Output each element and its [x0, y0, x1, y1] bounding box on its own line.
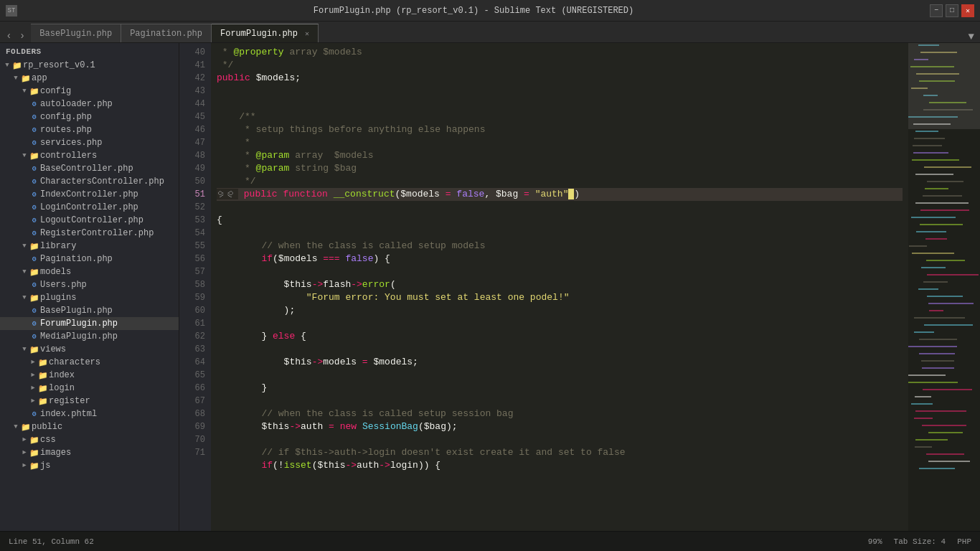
folder-icon: 📁 [29, 461, 40, 471]
line-numbers: 40 41 42 43 44 45 46 47 48 49 50 51 52 5… [179, 43, 211, 531]
tree-item-models[interactable]: ▼ 📁 models [0, 265, 179, 278]
arrow-icon: ▼ [20, 294, 29, 301]
tree-item-characters-view[interactable]: ► 📁 characters [0, 356, 179, 369]
tree-label: models [40, 267, 71, 277]
tree-item-public[interactable]: ▼ 📁 public [0, 420, 179, 433]
tab-prev-button[interactable]: ‹ [3, 28, 15, 42]
file-settings-icon: ⚙ [29, 216, 40, 225]
tab-baseplugin[interactable]: BasePlugin.php [31, 24, 121, 42]
file-settings-icon: ⚙ [29, 332, 40, 341]
tree-item-characters-ctrl[interactable]: ⚙ CharactersController.php [0, 175, 179, 188]
tree-label: RegisterController.php [40, 228, 154, 238]
arrow-icon: ► [29, 359, 37, 366]
arrow-icon: ► [20, 436, 29, 443]
tree-item-config-php[interactable]: ⚙ config.php [0, 110, 179, 123]
tree-item-index-phtml[interactable]: ⚙ index.phtml [0, 408, 179, 420]
arrow-icon: ▼ [20, 268, 29, 276]
tree-item-index-ctrl[interactable]: ⚙ IndexController.php [0, 188, 179, 201]
tree-label: rp_resort_v0.1 [23, 60, 95, 70]
tree-item-services[interactable]: ⚙ services.php [0, 136, 179, 149]
folder-icon: 📁 [20, 423, 32, 432]
tree-item-login-view[interactable]: ► 📁 login [0, 382, 179, 395]
tree-item-index-view[interactable]: ► 📁 index [0, 369, 179, 382]
arrow-icon: ► [20, 462, 29, 469]
tree-label: BaseController.php [40, 164, 133, 174]
tree-label: services.php [40, 138, 102, 148]
tree-item-login-ctrl[interactable]: ⚙ LoginController.php [0, 201, 179, 214]
tree-item-library[interactable]: ▼ 📁 library [0, 240, 179, 253]
code-area[interactable]: * @property array $models */ public $mod… [211, 43, 908, 531]
maximize-button[interactable]: □ [946, 4, 958, 17]
file-settings-icon: ⚙ [29, 190, 40, 199]
tree-item-basecontroller[interactable]: ⚙ BaseController.php [0, 162, 179, 175]
tree-item-images[interactable]: ► 📁 images [0, 446, 179, 459]
arrow-icon: ► [29, 385, 37, 392]
arrow-icon: ▼ [20, 346, 29, 353]
tab-close-icon[interactable]: ✕ [305, 29, 309, 38]
tree-item-mediaplugin[interactable]: ⚙ MediaPlugin.php [0, 330, 179, 343]
tab-baseplugin-label: BasePlugin.php [39, 29, 112, 39]
tree-label: library [40, 241, 76, 251]
folder-icon: 📁 [37, 397, 49, 406]
tree-item-baseplugin[interactable]: ⚙ BasePlugin.php [0, 304, 179, 317]
tree-label: app [32, 73, 47, 83]
tree-label: css [40, 435, 56, 445]
tree-label: BasePlugin.php [40, 306, 113, 316]
tree-label: controllers [40, 151, 97, 161]
tree-item-plugins[interactable]: ▼ 📁 plugins [0, 291, 179, 304]
tree-label: images [40, 448, 71, 458]
titlebar: ST ForumPlugin.php (rp_resort_v0.1) - Su… [0, 0, 980, 22]
tree-item-rp-resort[interactable]: ▼ 📁 rp_resort_v0.1 [0, 59, 179, 72]
tree-item-config[interactable]: ▼ 📁 config [0, 85, 179, 98]
close-button[interactable]: ✕ [961, 4, 974, 17]
window-controls: − □ ✕ [930, 4, 974, 17]
app-icon: ST [6, 5, 17, 17]
tree-item-pagination-lib[interactable]: ⚙ Pagination.php [0, 253, 179, 265]
tree-item-css[interactable]: ► 📁 css [0, 433, 179, 446]
tree-label: public [32, 422, 62, 432]
tabsize-indicator: Tab Size: 4 [894, 537, 946, 546]
statusbar: Line 51, Column 62 99% Tab Size: 4 PHP [0, 531, 980, 551]
arrow-icon: ▼ [11, 75, 20, 82]
tree-label: IndexController.php [40, 189, 138, 199]
file-settings-icon: ⚙ [29, 203, 40, 212]
tab-nav: ‹ › [0, 28, 31, 42]
file-settings-icon: ⚙ [29, 126, 40, 134]
tree-item-register-view[interactable]: ► 📁 register [0, 395, 179, 408]
folder-icon: 📁 [29, 87, 40, 96]
tab-pagination[interactable]: Pagination.php [121, 24, 212, 42]
tree-label: login [49, 383, 75, 393]
tree-label: CharactersController.php [40, 176, 164, 187]
tree-item-forumplugin[interactable]: ⚙ ForumPlugin.php [0, 317, 179, 330]
arrow-icon: ► [29, 397, 37, 405]
tab-overflow-button[interactable]: ▼ [963, 31, 980, 42]
tree-item-routes[interactable]: ⚙ routes.php [0, 123, 179, 136]
sidebar: FOLDERS ▼ 📁 rp_resort_v0.1 ▼ 📁 app ▼ 📁 c… [0, 43, 179, 531]
minimize-button[interactable]: − [930, 4, 943, 17]
folder-icon: 📁 [29, 435, 40, 445]
tabbar: ‹ › BasePlugin.php Pagination.php ForumP… [0, 22, 980, 43]
tree-label: LoginController.php [40, 202, 138, 212]
tree-item-logout-ctrl[interactable]: ⚙ LogoutController.php [0, 214, 179, 227]
statusbar-left: Line 51, Column 62 [9, 537, 94, 546]
tab-next-button[interactable]: › [17, 28, 29, 42]
file-settings-icon: ⚙ [29, 229, 40, 237]
tree-item-controllers[interactable]: ▼ 📁 controllers [0, 149, 179, 162]
tree-item-views[interactable]: ▼ 📁 views [0, 343, 179, 356]
folder-icon: 📁 [37, 358, 49, 367]
tree-item-app[interactable]: ▼ 📁 app [0, 72, 179, 85]
file-settings-icon: ⚙ [29, 281, 40, 289]
tree-item-autoloader[interactable]: ⚙ autoloader.php [0, 98, 179, 110]
tree-item-register-ctrl[interactable]: ⚙ RegisterController.php [0, 227, 179, 240]
folder-icon: 📁 [29, 345, 40, 354]
minimap [908, 43, 980, 531]
file-settings-icon: ⚙ [29, 138, 40, 147]
folder-icon: 📁 [29, 268, 40, 277]
tab-forumplugin-label: ForumPlugin.php [220, 29, 298, 39]
tree-label: ForumPlugin.php [40, 319, 118, 329]
tree-item-js[interactable]: ► 📁 js [0, 459, 179, 472]
tree-item-users[interactable]: ⚙ Users.php [0, 278, 179, 291]
tab-forumplugin[interactable]: ForumPlugin.php ✕ [212, 24, 319, 42]
editor[interactable]: 40 41 42 43 44 45 46 47 48 49 50 51 52 5… [179, 43, 980, 531]
folder-icon: 📁 [37, 384, 49, 393]
